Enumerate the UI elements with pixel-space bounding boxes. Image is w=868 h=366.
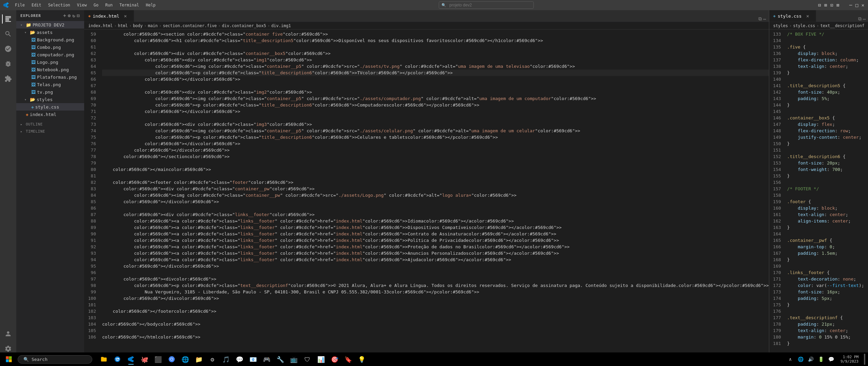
time-display[interactable]: 1:02 PM 9/9/2023 [838,355,861,364]
right-code-content[interactable]: /* BOX FIVE */ .five { display: block; f… [785,30,868,358]
taskbar-app-misc7[interactable]: 🎮 [261,353,273,365]
menu-go[interactable]: Go [91,1,101,9]
taskbar-app-misc5[interactable]: 💬 [233,353,246,365]
sidebar-item-tv[interactable]: 🖼 tv.png [16,88,84,96]
taskbar-app-vscode[interactable] [125,353,137,365]
chevron-up-icon[interactable]: ∧ [786,355,794,363]
start-button[interactable] [3,353,15,365]
taskbar-app-misc6[interactable]: 📧 [247,353,259,365]
network-icon[interactable]: 🌐 [796,355,805,363]
top-search-input[interactable] [439,1,534,9]
sidebar-item-notebook[interactable]: 🖼 Notebook.png [16,66,84,73]
sidebar-item-stylecss[interactable]: ◈ style.css [16,103,84,111]
taskbar-app-misc1[interactable]: 🌐 [179,353,191,365]
timeline-section[interactable]: ▸ TIMELINE [16,128,84,135]
taskbar-app-terminal[interactable]: ⬛ [152,353,164,365]
activity-search[interactable] [2,28,14,40]
left-editor-content[interactable]: 5960616263646566676869707172737475767778… [84,30,769,358]
show-desktop-button[interactable] [864,354,865,365]
taskbar-search-bar[interactable]: 🔍 Search [18,355,92,364]
layout-icon-2[interactable]: ⊞ [823,3,828,7]
taskbar-system-icons: ∧ 🌐 🔊 🔋 💬 [786,355,835,363]
taskbar-app-misc3[interactable]: ⚙ [206,353,219,365]
breadcrumb-sep: › [129,23,131,28]
maximize-button[interactable]: □ [854,3,859,7]
taskbar-app-misc4[interactable]: 🎵 [220,353,232,365]
menu-terminal[interactable]: Terminal [117,1,142,9]
activity-source-control[interactable] [2,43,14,55]
battery-icon[interactable]: 🔋 [817,355,825,363]
sidebar-project-root[interactable]: ▾ 📁 PROJETO DEV2 [16,21,84,28]
taskbar-app-misc11[interactable]: 📊 [315,353,327,365]
taskbar-app-misc12[interactable]: 🎯 [328,353,341,365]
menu-view[interactable]: View [74,1,90,9]
activity-profile[interactable] [2,328,14,340]
left-code-content[interactable]: color:#569cd6"><section color:#9cdcfe">c… [99,30,769,358]
breadcrumb-main: main [148,23,158,28]
split-editor-icon[interactable]: ⧉ [758,16,762,22]
taskbar-app-github[interactable]: 🐙 [138,353,151,365]
sidebar-item-combo[interactable]: 🖼 Combo.png [16,43,84,51]
notification-icon[interactable]: 💬 [827,355,835,363]
new-folder-icon[interactable]: ⊕ [68,13,71,18]
menu-selection[interactable]: Selection [45,1,73,9]
sidebar-assets-folder[interactable]: ▾ 📂 assets [16,28,84,36]
taskbar-app-misc13[interactable]: 🔖 [342,353,354,365]
line-numbers-left: 5960616263646566676869707172737475767778… [84,30,99,358]
taskbar-app-misc8[interactable]: 🔧 [274,353,286,365]
activity-debug[interactable] [2,58,14,70]
taskbar-app-edge[interactable] [111,353,124,365]
tab-close-button[interactable]: ✕ [805,13,810,19]
taskbar-app-explorer[interactable] [98,353,110,365]
layout-icon-1[interactable]: ⊟ [817,3,822,7]
split-editor-icon[interactable]: ⧉ [858,16,862,22]
assets-folder-label: assets [37,30,53,35]
breadcrumb-sep: › [816,23,819,28]
activity-explorer[interactable] [2,13,14,25]
sidebar-item-logo[interactable]: 🖼 Logo.png [16,58,84,66]
refresh-icon[interactable]: ↻ [72,13,75,18]
file-label: Telas.png [37,82,61,87]
sidebar-item-telas[interactable]: 🖼 Telas.png [16,81,84,88]
new-file-icon[interactable]: + [63,13,66,18]
more-actions-icon[interactable]: ⋯ [763,16,766,22]
sidebar-item-indexhtml[interactable]: ◈ index.html [16,111,84,118]
menu-file[interactable]: File [12,1,27,9]
activity-extensions[interactable] [2,73,14,85]
taskbar-app-chrome[interactable] [166,353,178,365]
taskbar-search-label: Search [32,357,48,362]
taskbar-app-misc10[interactable]: 🛡 [301,353,314,365]
layout-icon-4[interactable]: ⊠ [835,3,840,7]
collapse-all-icon[interactable]: ⊟ [77,13,80,18]
menu-edit[interactable]: Edit [29,1,44,9]
tab-stylecss[interactable]: ◈ style.css ✕ [769,10,816,22]
sidebar-styles-folder[interactable]: ▾ 📂 styles [16,96,84,103]
breadcrumb-stylecss: style.css [793,23,815,28]
search-icon: 🔍 [23,357,29,362]
taskbar-app-misc2[interactable]: 📁 [193,353,205,365]
right-editor-content[interactable]: 1331341351361371381391401411421431441451… [769,30,868,358]
close-button[interactable]: ✕ [861,3,865,7]
tab-close-button[interactable]: ✕ [123,13,128,19]
volume-icon[interactable]: 🔊 [807,355,815,363]
breadcrumb-sep: › [114,23,116,28]
menu-run[interactable]: Run [102,1,115,9]
minimize-button[interactable]: ─ [848,3,853,7]
chevron-down-icon: ▾ [24,98,29,101]
editor-area: ◈ index.html ✕ ⧉ ⋯ index.html › html › b… [84,10,868,358]
right-tab-bar: ◈ style.css ✕ ⧉ ⋯ [769,10,868,22]
taskbar-app-misc9[interactable]: 📺 [288,353,300,365]
line-numbers-right: 1331341351361371381391401411421431441451… [769,30,785,358]
sidebar-header: EXPLORER + ⊕ ↻ ⊟ [16,10,84,21]
taskbar-app-misc14[interactable]: 💡 [356,353,368,365]
more-actions-icon[interactable]: ⋯ [863,16,866,22]
menu-help[interactable]: Help [143,1,158,9]
sidebar-item-background[interactable]: 🖼 Background.png [16,36,84,43]
png-file-icon: 🖼 [31,82,36,87]
sidebar-item-plataformas[interactable]: 🖼 Plataformas.png [16,73,84,81]
sidebar-item-computador[interactable]: 🖼 computador.png [16,51,84,58]
breadcrumb-sep: › [218,23,221,28]
layout-icon-3[interactable]: ⊡ [829,3,834,7]
tab-indexhtml[interactable]: ◈ index.html ✕ [84,10,134,22]
outline-section[interactable]: ▸ OUTLINE [16,121,84,128]
